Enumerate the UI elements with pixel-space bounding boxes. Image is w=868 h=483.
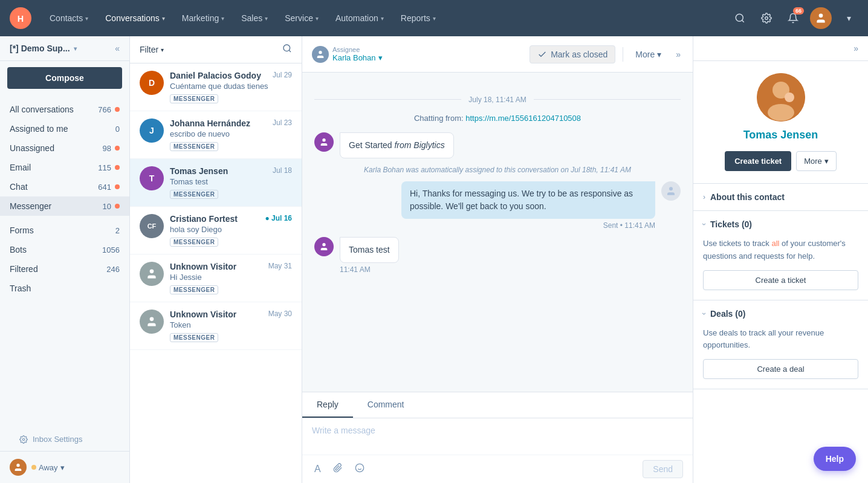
deals-header[interactable]: › Deals (0)	[693, 300, 868, 327]
sidebar-item-assigned-to-me[interactable]: Assigned to me 0	[0, 119, 129, 138]
search-conversations-button[interactable]	[282, 44, 292, 56]
svg-text:H: H	[18, 14, 24, 24]
help-button[interactable]: Help	[814, 447, 856, 471]
sidebar-item-forms[interactable]: Forms 2	[0, 221, 129, 240]
deals-body: Use deals to track all your revenue oppo…	[693, 327, 868, 389]
list-item[interactable]: Unknown Visitor May 30 Token MESSENGER	[130, 302, 302, 350]
svg-point-8	[150, 270, 154, 274]
unread-dot	[115, 165, 120, 170]
sidebar-item-bots[interactable]: Bots 1056	[0, 240, 129, 259]
unread-dot	[115, 146, 120, 151]
tickets-body: Use tickets to track all of your custome…	[693, 238, 868, 300]
mark-closed-button[interactable]: Mark as closed	[530, 45, 615, 63]
create-ticket-button[interactable]: Create ticket	[725, 151, 791, 171]
create-a-deal-button[interactable]: Create a deal	[703, 359, 858, 379]
text-format-button[interactable]: A	[312, 461, 323, 477]
unread-dot	[115, 204, 120, 209]
tickets-header[interactable]: › Tickets (0)	[693, 211, 868, 238]
system-message: Karla Bohan was automatically assigned t…	[314, 166, 681, 174]
conversation-detail: Assignee Karla Bohan ▾ Mark as closed Mo	[302, 36, 693, 483]
list-item[interactable]: Unknown Visitor May 31 Hi Jessie MESSENG…	[130, 254, 302, 302]
sidebar-user-footer: Away ▾	[0, 451, 129, 483]
chevron-down-icon: ▾	[316, 15, 319, 22]
tab-reply[interactable]: Reply	[302, 392, 353, 418]
chevron-right-icon: ›	[700, 223, 708, 225]
list-item[interactable]: CF Cristiano Fortest ● Jul 16 hola soy D…	[130, 207, 302, 254]
collapse-right-button[interactable]: »	[853, 44, 858, 53]
chatting-url-link[interactable]: https://m.me/1556161204710508	[465, 114, 581, 123]
list-item[interactable]: D Daniel Palacios Godoy Jul 29 Cuéntame …	[130, 63, 302, 111]
svg-point-12	[669, 187, 673, 190]
conv-list-header: Filter ▾	[130, 36, 302, 63]
list-item[interactable]: T Tomas Jensen Jul 18 Tomas test MESSENG…	[130, 159, 302, 207]
status-indicator	[31, 465, 36, 470]
conversation-header: Assignee Karla Bohan ▾ Mark as closed Mo	[302, 36, 693, 73]
nav-reports[interactable]: Reports ▾	[392, 0, 444, 36]
list-item[interactable]: J Johanna Hernández Jul 23 escribo de nu…	[130, 111, 302, 159]
contact-profile: Tomas Jensen Create ticket More ▾	[693, 61, 868, 184]
tickets-section: › Tickets (0) Use tickets to track all o…	[693, 211, 868, 300]
message-input[interactable]: Write a message	[302, 418, 693, 455]
send-button[interactable]: Send	[643, 460, 683, 478]
search-button[interactable]	[730, 8, 750, 28]
sidebar-item-filtered[interactable]: Filtered 246	[0, 259, 129, 279]
hubspot-logo[interactable]: H	[10, 7, 31, 29]
assignee-name-dropdown[interactable]: Karla Bohan ▾	[332, 53, 383, 62]
chevron-down-icon: ▾	[162, 15, 165, 22]
notifications-button[interactable]: 66	[783, 8, 803, 28]
svg-point-5	[22, 438, 25, 441]
expand-panel-button[interactable]: »	[673, 47, 683, 62]
inbox-title[interactable]: [*] Demo Sup... ▾	[10, 44, 77, 53]
chevron-down-icon: ▾	[60, 463, 65, 472]
sidebar-item-email[interactable]: Email 115	[0, 158, 129, 177]
more-actions-button[interactable]: More ▾	[630, 47, 666, 62]
more-contact-actions-button[interactable]: More ▾	[796, 151, 837, 171]
avatar: J	[140, 118, 164, 143]
message-bubble: Hi, Thanks for messaging us. We try to b…	[401, 181, 655, 219]
nav-sales[interactable]: Sales ▾	[233, 0, 276, 36]
emoji-button[interactable]	[352, 461, 367, 478]
date-divider: July 18, 11:41 AM	[314, 94, 681, 104]
about-contact-header[interactable]: › About this contact	[693, 184, 868, 210]
reply-area: Reply Comment Write a message A Se	[302, 392, 693, 483]
nav-contacts[interactable]: Contacts ▾	[41, 0, 97, 36]
conversation-items: D Daniel Palacios Godoy Jul 29 Cuéntame …	[130, 63, 302, 483]
divider	[623, 47, 623, 62]
status-selector[interactable]: Away ▾	[31, 463, 65, 472]
svg-point-6	[16, 464, 19, 467]
svg-point-7	[283, 45, 290, 51]
sidebar-item-unassigned[interactable]: Unassigned 98	[0, 138, 129, 158]
chatting-from: Chatting from: https://m.me/155616120471…	[314, 114, 681, 123]
user-avatar[interactable]	[810, 7, 832, 29]
nav-service[interactable]: Service ▾	[276, 0, 327, 36]
filter-button[interactable]: Filter ▾	[140, 45, 164, 54]
settings-button[interactable]	[757, 8, 776, 28]
svg-point-19	[768, 104, 794, 121]
unread-dot	[115, 184, 120, 189]
sidebar-footer-section: Inbox Settings	[0, 425, 129, 451]
chevron-right-icon: ›	[700, 313, 708, 315]
sidebar-item-chat[interactable]: Chat 641	[0, 177, 129, 196]
sidebar-item-all-conversations[interactable]: All conversations 766	[0, 100, 129, 119]
tab-comment[interactable]: Comment	[353, 392, 419, 418]
account-dropdown[interactable]: ▾	[839, 8, 858, 28]
nav-items: Contacts ▾ Conversations ▾ Marketing ▾ S…	[41, 0, 730, 36]
nav-automation[interactable]: Automation ▾	[327, 0, 392, 36]
collapse-sidebar-button[interactable]: «	[115, 44, 120, 53]
checkmark-icon	[537, 50, 547, 59]
svg-point-10	[319, 51, 322, 54]
right-panel-header: »	[693, 36, 868, 61]
svg-point-3	[765, 17, 768, 20]
right-panel: » Tomas Jensen Create ticket More ▾	[693, 36, 868, 483]
compose-button[interactable]: Compose	[7, 67, 122, 89]
avatar	[140, 310, 164, 334]
sidebar-item-trash[interactable]: Trash	[0, 279, 129, 298]
nav-conversations[interactable]: Conversations ▾	[97, 0, 173, 36]
sidebar-item-messenger[interactable]: Messenger 10	[0, 196, 129, 216]
assignee-avatar	[312, 46, 329, 63]
attachment-button[interactable]	[331, 461, 345, 478]
nav-marketing[interactable]: Marketing ▾	[173, 0, 233, 36]
create-a-ticket-button[interactable]: Create a ticket	[703, 270, 858, 290]
inbox-settings-link[interactable]: Inbox Settings	[10, 430, 120, 449]
sender-avatar	[314, 132, 334, 152]
